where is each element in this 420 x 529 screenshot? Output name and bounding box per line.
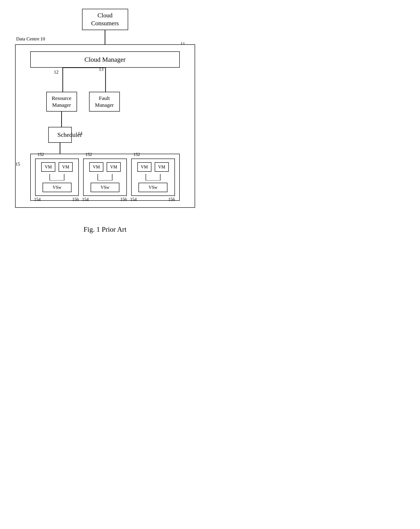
vm-1a: VM — [41, 162, 55, 172]
resource-manager-label: Resource Manager — [52, 95, 71, 108]
host-1-box: VM VM — [35, 159, 79, 196]
host-2-box: VM VM — [83, 159, 127, 196]
vm-vsw-lines-2 — [87, 174, 123, 181]
label-156b: 156 — [120, 197, 127, 202]
cloud-manager-section: Cloud Manager 12 13 — [22, 51, 188, 201]
rm-fm-row: Resource Manager Fault Manager — [22, 92, 188, 127]
scheduler-section: Scheduler 14 — [22, 127, 188, 154]
line-rm-sched — [61, 112, 62, 127]
host-1-wrapper: 152 VM VM — [35, 159, 79, 196]
resource-manager-col: Resource Manager — [46, 92, 77, 127]
label-154b: 154 — [82, 197, 89, 202]
vsw-3: VSw — [139, 183, 167, 192]
cm-lines: 12 13 — [22, 68, 188, 92]
vm-2a: VM — [89, 162, 103, 172]
cm-lines-svg — [22, 68, 188, 92]
vm-2b: VM — [107, 162, 121, 172]
data-centre-box: Cloud Manager 12 13 — [15, 44, 195, 208]
data-centre-label: Data Centre — [16, 36, 39, 42]
label-15: 15 — [16, 161, 20, 167]
host-3-box: VM VM — [131, 159, 175, 196]
vsw-2: VSw — [91, 183, 120, 192]
hosts-outer-box: 152 VM VM — [30, 154, 179, 201]
label-152b: 152 — [85, 152, 92, 157]
host-3-wrapper: 152 VM VM — [131, 159, 175, 196]
cloud-manager-box: Cloud Manager — [30, 51, 179, 68]
host-1-vm-row: VM VM — [41, 162, 73, 172]
label-156a: 156 — [72, 197, 79, 202]
resource-manager-box: Resource Manager — [46, 92, 77, 112]
scheduler-box: Scheduler 14 — [48, 127, 72, 143]
vsw-1: VSw — [43, 183, 72, 192]
host-3-vm-row: VM VM — [137, 162, 169, 172]
cloud-consumers-box: Cloud Consumers — [82, 9, 128, 30]
scheduler-col: Scheduler 14 — [39, 127, 82, 154]
fault-manager-col: Fault Manager — [89, 92, 120, 112]
vm-1b: VM — [59, 162, 73, 172]
label-154a: 154 — [34, 197, 41, 202]
fault-manager-label: Fault Manager — [95, 95, 114, 108]
cloud-manager-label: Cloud Manager — [85, 56, 126, 63]
hosts-wrapper: 15 152 VM — [22, 154, 188, 201]
label-156c: 156 — [168, 197, 175, 202]
label-12: 12 — [54, 69, 59, 75]
line-cc-cm — [105, 30, 105, 44]
vm-vsw-lines-3 — [135, 174, 171, 181]
host-2-wrapper: 152 VM VM — [83, 159, 127, 196]
label-14: 14 — [78, 131, 82, 136]
label-13: 13 — [99, 66, 103, 72]
vm-vsw-lines-1 — [39, 174, 75, 181]
label-152a: 152 — [37, 152, 44, 157]
fault-manager-box: Fault Manager — [89, 92, 120, 112]
data-centre-wrapper: Data Centre 10 11 Cloud Manager — [15, 44, 195, 208]
line-sched-hosts — [60, 143, 60, 154]
cloud-consumers-label: Cloud Consumers — [91, 12, 119, 26]
figure-caption: Fig. 1 Prior Art — [84, 225, 127, 233]
label-154c: 154 — [130, 197, 137, 202]
label-152c: 152 — [133, 152, 140, 157]
diagram-container: Cloud Consumers Data Centre 10 11 Cloud … — [6, 4, 204, 233]
label-10: 10 — [40, 36, 45, 42]
vm-3b: VM — [155, 162, 169, 172]
vm-3a: VM — [137, 162, 152, 172]
host-2-vm-row: VM VM — [89, 162, 121, 172]
